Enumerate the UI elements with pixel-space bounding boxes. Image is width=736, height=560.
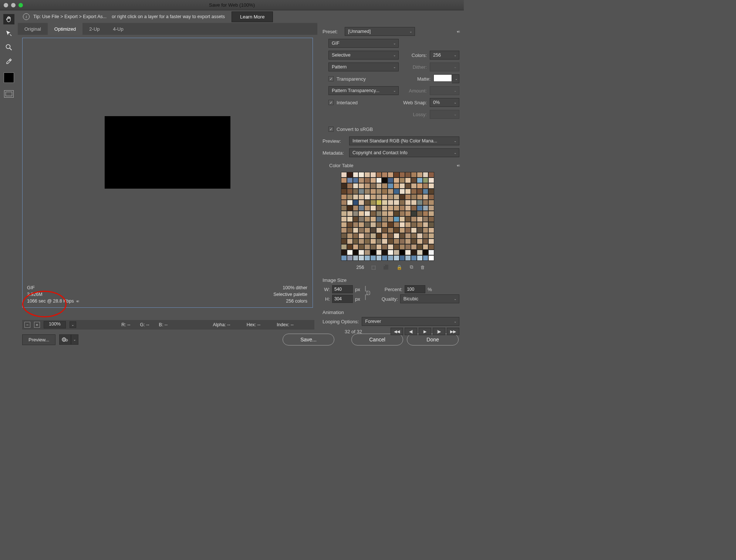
color-swatch[interactable]: [376, 200, 382, 205]
color-swatch[interactable]: [411, 183, 417, 189]
matte-dropdown[interactable]: ⌄: [452, 74, 459, 83]
color-swatch[interactable]: [376, 233, 382, 239]
interlaced-checkbox[interactable]: [328, 100, 334, 105]
color-swatch[interactable]: [394, 172, 399, 178]
transparency-checkbox[interactable]: [328, 76, 334, 81]
color-swatch[interactable]: [364, 211, 370, 216]
color-swatch[interactable]: [341, 194, 347, 200]
color-swatch[interactable]: [417, 250, 423, 255]
color-swatch[interactable]: [382, 250, 388, 255]
color-swatch[interactable]: [399, 239, 405, 244]
color-swatch[interactable]: [388, 194, 394, 200]
color-swatch[interactable]: [341, 189, 347, 194]
color-swatch[interactable]: [423, 194, 429, 200]
color-swatch[interactable]: [423, 222, 429, 227]
color-swatch[interactable]: [388, 172, 394, 178]
browser-preview-dropdown[interactable]: ⌄: [71, 334, 78, 345]
prev-frame-button[interactable]: ◀|: [405, 328, 417, 335]
preset-flyout-icon[interactable]: ▾≡: [457, 30, 459, 34]
save-button[interactable]: Save...: [283, 334, 334, 345]
color-swatch[interactable]: [353, 216, 359, 222]
last-frame-button[interactable]: ▶▶: [447, 328, 459, 335]
color-swatch[interactable]: [376, 194, 382, 200]
color-swatch[interactable]: [358, 233, 364, 239]
color-swatch[interactable]: [423, 239, 429, 244]
color-swatch[interactable]: [364, 205, 370, 211]
zoom-tool[interactable]: [3, 42, 14, 53]
first-frame-button[interactable]: ◀◀: [391, 328, 403, 335]
color-swatch[interactable]: [428, 227, 434, 233]
color-table-flyout-icon[interactable]: ▾≡: [457, 163, 459, 168]
color-swatch[interactable]: [417, 239, 423, 244]
color-swatch[interactable]: [394, 200, 399, 205]
cancel-button[interactable]: Cancel: [351, 334, 403, 345]
color-swatch[interactable]: [382, 222, 388, 227]
color-swatch[interactable]: [341, 250, 347, 255]
color-swatch[interactable]: [376, 178, 382, 183]
color-swatch[interactable]: [382, 200, 388, 205]
color-swatch[interactable]: [376, 227, 382, 233]
color-swatch[interactable]: [388, 216, 394, 222]
color-swatch[interactable]: [347, 200, 353, 205]
color-swatch[interactable]: [423, 189, 429, 194]
color-swatch[interactable]: [405, 194, 411, 200]
color-swatch[interactable]: [376, 244, 382, 250]
color-swatch[interactable]: [411, 211, 417, 216]
color-swatch[interactable]: [388, 200, 394, 205]
color-swatch[interactable]: [382, 172, 388, 178]
color-swatch[interactable]: [423, 244, 429, 250]
color-swatch[interactable]: [428, 239, 434, 244]
color-swatch[interactable]: [382, 189, 388, 194]
color-swatch[interactable]: [382, 227, 388, 233]
color-swatch[interactable]: [411, 216, 417, 222]
color-swatch[interactable]: [411, 255, 417, 261]
globe-icon[interactable]: [59, 334, 71, 345]
color-swatch[interactable]: [370, 194, 376, 200]
hand-tool[interactable]: [3, 14, 14, 24]
color-swatch[interactable]: [370, 216, 376, 222]
color-swatch[interactable]: [347, 227, 353, 233]
color-swatch[interactable]: [417, 255, 423, 261]
color-swatch[interactable]: [347, 255, 353, 261]
color-swatch[interactable]: [364, 189, 370, 194]
color-swatch[interactable]: [376, 255, 382, 261]
color-swatch[interactable]: [411, 194, 417, 200]
color-swatch[interactable]: [388, 227, 394, 233]
slice-select-tool[interactable]: [3, 28, 14, 38]
color-swatch[interactable]: [405, 183, 411, 189]
color-swatch[interactable]: [394, 255, 399, 261]
color-swatch[interactable]: [394, 227, 399, 233]
link-dimensions-icon[interactable]: [363, 284, 371, 301]
percent-field[interactable]: [405, 285, 425, 293]
zoom-dropdown[interactable]: ⌄: [70, 321, 76, 328]
color-swatch[interactable]: [353, 250, 359, 255]
color-reduction-dropdown[interactable]: Selective⌄: [328, 51, 399, 60]
color-swatch[interactable]: [347, 233, 353, 239]
color-swatch[interactable]: [417, 194, 423, 200]
color-swatch[interactable]: [370, 244, 376, 250]
color-swatch[interactable]: [382, 178, 388, 183]
color-swatch[interactable]: [370, 189, 376, 194]
color-swatch[interactable]: [428, 216, 434, 222]
color-swatch[interactable]: [358, 216, 364, 222]
color-swatch[interactable]: [358, 255, 364, 261]
web-snap-dropdown[interactable]: 0%⌄: [430, 98, 459, 107]
color-swatch[interactable]: [370, 172, 376, 178]
learn-more-button[interactable]: Learn More: [232, 11, 273, 22]
color-swatch[interactable]: [388, 183, 394, 189]
color-swatch[interactable]: [405, 255, 411, 261]
color-swatch[interactable]: [428, 250, 434, 255]
color-swatch[interactable]: [423, 255, 429, 261]
metadata-dropdown[interactable]: Copyright and Contact Info⌄: [349, 148, 459, 157]
color-swatch[interactable]: [364, 239, 370, 244]
color-swatch[interactable]: [364, 255, 370, 261]
color-swatch[interactable]: [341, 239, 347, 244]
color-swatch[interactable]: [399, 200, 405, 205]
color-swatch[interactable]: [370, 200, 376, 205]
color-swatch[interactable]: [399, 227, 405, 233]
color-swatch[interactable]: [388, 205, 394, 211]
color-swatch[interactable]: [399, 211, 405, 216]
color-table-grid[interactable]: [341, 172, 434, 261]
color-swatch[interactable]: [358, 200, 364, 205]
color-swatch[interactable]: [347, 222, 353, 227]
